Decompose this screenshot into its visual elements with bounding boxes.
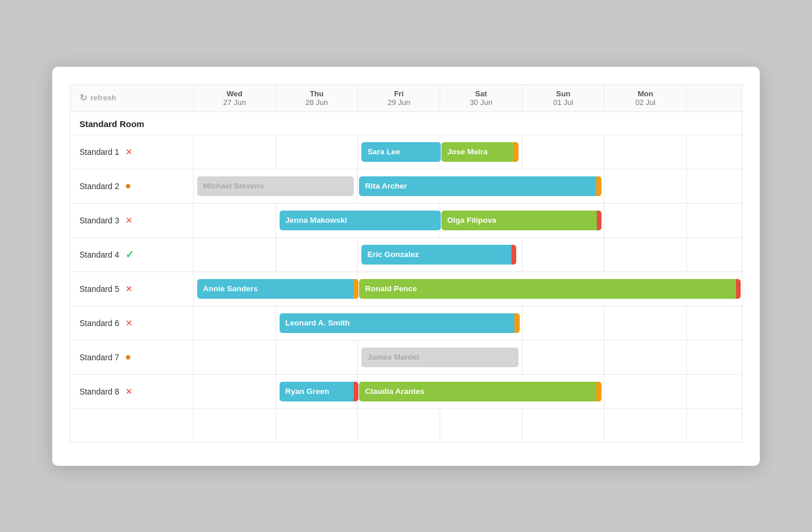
room-label-standard2: Standard 2 ● bbox=[70, 169, 194, 203]
day-col-extra bbox=[687, 84, 742, 111]
day-cell bbox=[276, 340, 358, 374]
room-label-standard7: Standard 7 ● bbox=[70, 340, 194, 374]
day-cell: Jose Meira bbox=[440, 135, 523, 169]
day-cell bbox=[687, 374, 742, 408]
day-cell bbox=[194, 135, 276, 169]
table-row: Standard 3 ✕ Jenna Makowski Olga Filipov… bbox=[70, 203, 742, 237]
booking-ronald-pence[interactable]: Ronald Pence bbox=[365, 284, 416, 293]
day-name-fri: Fri bbox=[358, 89, 440, 98]
day-date-mon: 02 Jul bbox=[604, 98, 686, 107]
room-label-standard5: Standard 5 ✕ bbox=[70, 272, 194, 306]
day-cell bbox=[687, 203, 742, 237]
status-icon-x: ✕ bbox=[125, 284, 133, 294]
gantt-table: ↻ refresh Wed 27 Jun Thu 28 Jun Fri 29 J… bbox=[70, 84, 742, 443]
day-name-wed: Wed bbox=[194, 89, 276, 98]
room-label-standard4: Standard 4 ✓ bbox=[70, 237, 194, 272]
room-label-standard6: Standard 6 ✕ bbox=[70, 306, 194, 340]
day-cell: Ryan Green bbox=[276, 374, 358, 408]
day-date-sun: 01 Jul bbox=[523, 98, 604, 107]
room-name-standard1: Standard 1 bbox=[79, 147, 119, 157]
table-row: Standard 1 ✕ Sara Lee Jose Meira bbox=[70, 135, 742, 169]
day-cell bbox=[687, 135, 742, 169]
table-row: Standard 6 ✕ Leonard A. Smith bbox=[70, 306, 742, 340]
day-cell: Rita Archer bbox=[358, 169, 604, 203]
day-cell bbox=[194, 237, 276, 272]
day-date-fri: 29 Jun bbox=[358, 98, 440, 107]
day-cell: Sara Lee bbox=[358, 135, 440, 169]
booking-annie-sanders[interactable]: Annie Sanders bbox=[203, 284, 258, 293]
empty-row bbox=[70, 408, 742, 442]
day-name-sun: Sun bbox=[523, 89, 604, 98]
day-name-sat: Sat bbox=[440, 89, 522, 98]
day-col-sun: Sun 01 Jul bbox=[522, 84, 604, 111]
status-icon-x: ✕ bbox=[125, 215, 133, 226]
day-cell: Olga Filipova bbox=[440, 203, 604, 237]
day-cell bbox=[604, 203, 687, 237]
day-date-thu: 28 Jun bbox=[276, 98, 358, 107]
booking-james-mardel[interactable]: James Mardel bbox=[367, 353, 419, 361]
day-cell bbox=[276, 135, 358, 169]
room-name-standard8: Standard 8 bbox=[79, 387, 119, 396]
day-cell bbox=[522, 237, 604, 272]
day-cell bbox=[276, 237, 358, 272]
day-cell: James Mardel bbox=[358, 340, 522, 374]
booking-jose-meira[interactable]: Jose Meira bbox=[447, 147, 488, 156]
room-name-standard3: Standard 3 bbox=[79, 216, 119, 225]
day-cell bbox=[604, 169, 687, 203]
day-col-mon: Mon 02 Jul bbox=[604, 84, 687, 111]
day-cell: Annie Sanders bbox=[194, 272, 358, 306]
day-cell bbox=[687, 169, 742, 203]
day-cell: Ronald Pence bbox=[358, 272, 742, 306]
main-window: ↻ refresh Wed 27 Jun Thu 28 Jun Fri 29 J… bbox=[52, 67, 760, 466]
day-cell bbox=[687, 237, 742, 272]
booking-michael-stevens[interactable]: Michael Stevens bbox=[203, 182, 264, 190]
room-label-standard8: Standard 8 ✕ bbox=[70, 374, 194, 408]
day-col-sat: Sat 30 Jun bbox=[440, 84, 523, 111]
day-cell bbox=[194, 203, 276, 237]
status-icon-x: ✕ bbox=[125, 318, 133, 328]
refresh-icon: ↻ bbox=[79, 92, 87, 103]
booking-jenna-makowski[interactable]: Jenna Makowski bbox=[285, 216, 347, 225]
section-header-row: Standard Room bbox=[70, 111, 742, 135]
booking-claudia-arantes[interactable]: Claudia Arantes bbox=[365, 387, 424, 396]
table-row: Standard 7 ● James Mardel bbox=[70, 340, 742, 374]
booking-leonard-smith[interactable]: Leonard A. Smith bbox=[285, 319, 350, 327]
day-cell: Eric Gonzalez bbox=[358, 237, 522, 272]
table-row: Standard 5 ✕ Annie Sanders Ronald Pence bbox=[70, 272, 742, 306]
day-cell: Jenna Makowski bbox=[276, 203, 440, 237]
day-cell bbox=[687, 340, 742, 374]
day-cell bbox=[522, 340, 604, 374]
day-cell bbox=[604, 340, 687, 374]
room-name-standard5: Standard 5 bbox=[79, 284, 119, 294]
booking-sara-lee[interactable]: Sara Lee bbox=[367, 147, 400, 156]
status-icon-x: ✕ bbox=[125, 147, 133, 157]
day-cell bbox=[194, 374, 276, 408]
room-name-standard2: Standard 2 bbox=[79, 182, 119, 191]
table-row: Standard 4 ✓ Eric Gonzalez bbox=[70, 237, 742, 272]
status-icon-x: ✕ bbox=[125, 386, 133, 397]
status-icon-check: ✓ bbox=[125, 248, 134, 261]
day-cell bbox=[522, 135, 604, 169]
refresh-label: refresh bbox=[90, 93, 116, 102]
day-col-wed: Wed 27 Jun bbox=[194, 84, 276, 111]
day-cell: Michael Stevens bbox=[194, 169, 358, 203]
booking-olga-filipova[interactable]: Olga Filipova bbox=[447, 216, 496, 225]
day-date-sat: 30 Jun bbox=[440, 98, 522, 107]
booking-rita-archer[interactable]: Rita Archer bbox=[365, 182, 407, 190]
booking-eric-gonzalez[interactable]: Eric Gonzalez bbox=[367, 250, 419, 259]
room-label-standard3: Standard 3 ✕ bbox=[70, 203, 194, 237]
status-icon-dot: ● bbox=[125, 180, 132, 192]
day-cell bbox=[604, 135, 687, 169]
day-cell bbox=[604, 374, 687, 408]
day-cell: Claudia Arantes bbox=[358, 374, 604, 408]
day-cell bbox=[604, 306, 687, 340]
header-row: ↻ refresh Wed 27 Jun Thu 28 Jun Fri 29 J… bbox=[70, 84, 742, 111]
table-row: Standard 2 ● Michael Stevens Rita Archer bbox=[70, 169, 742, 203]
day-date-wed: 27 Jun bbox=[194, 98, 276, 107]
booking-ryan-green[interactable]: Ryan Green bbox=[285, 387, 329, 396]
day-cell bbox=[687, 306, 742, 340]
day-cell bbox=[194, 340, 276, 374]
refresh-button[interactable]: ↻ refresh bbox=[70, 84, 194, 111]
day-col-fri: Fri 29 Jun bbox=[358, 84, 440, 111]
table-row: Standard 8 ✕ Ryan Green Claudia Arantes bbox=[70, 374, 742, 408]
